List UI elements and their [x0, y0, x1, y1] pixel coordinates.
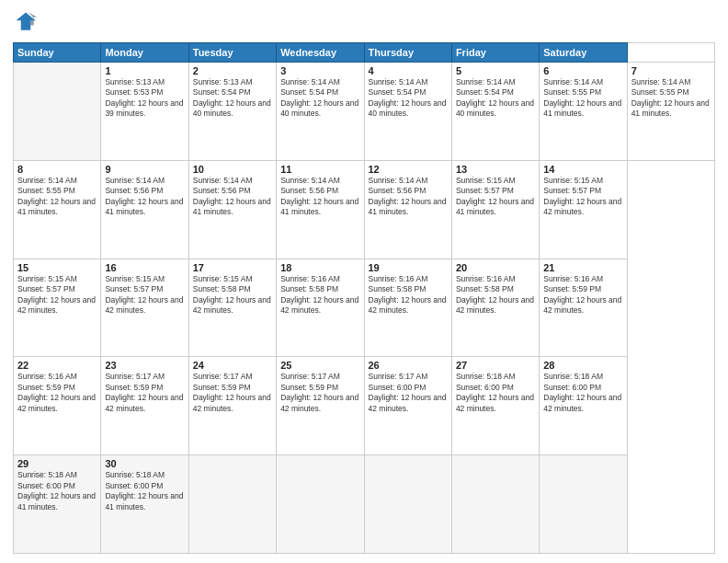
day-detail: Sunrise: 5:16 AMSunset: 5:59 PMDaylight:…	[17, 372, 97, 414]
calendar-day-cell: 18Sunrise: 5:16 AMSunset: 5:58 PMDayligh…	[277, 259, 364, 357]
calendar-day-cell: 20Sunrise: 5:16 AMSunset: 5:58 PMDayligh…	[451, 259, 539, 357]
day-number: 23	[105, 360, 184, 371]
calendar-day-cell: 13Sunrise: 5:15 AMSunset: 5:57 PMDayligh…	[451, 160, 539, 259]
day-detail: Sunrise: 5:14 AMSunset: 5:56 PMDaylight:…	[105, 176, 184, 218]
day-detail: Sunrise: 5:18 AMSunset: 6:00 PMDaylight:…	[105, 470, 184, 512]
calendar-day-cell: 27Sunrise: 5:18 AMSunset: 6:00 PMDayligh…	[451, 357, 539, 455]
calendar-day-cell: 30Sunrise: 5:18 AMSunset: 6:00 PMDayligh…	[101, 455, 188, 554]
calendar-day-cell: 12Sunrise: 5:14 AMSunset: 5:56 PMDayligh…	[364, 160, 451, 259]
calendar-day-cell: 26Sunrise: 5:17 AMSunset: 6:00 PMDayligh…	[364, 357, 451, 455]
day-number: 2	[193, 65, 272, 76]
day-number: 4	[369, 65, 448, 76]
day-number: 13	[456, 164, 535, 175]
calendar-day-cell: 19Sunrise: 5:16 AMSunset: 5:58 PMDayligh…	[364, 259, 451, 357]
calendar-day-cell: 1Sunrise: 5:13 AMSunset: 5:53 PMDaylight…	[101, 63, 188, 161]
day-detail: Sunrise: 5:13 AMSunset: 5:54 PMDaylight:…	[193, 77, 272, 120]
calendar-empty-cell	[14, 63, 101, 161]
day-detail: Sunrise: 5:18 AMSunset: 6:00 PMDaylight:…	[543, 372, 622, 414]
calendar-day-cell	[188, 455, 276, 554]
day-number: 25	[280, 360, 359, 371]
calendar-day-cell: 17Sunrise: 5:15 AMSunset: 5:58 PMDayligh…	[188, 259, 276, 357]
calendar-day-cell: 8Sunrise: 5:14 AMSunset: 5:55 PMDaylight…	[14, 160, 101, 259]
calendar-week-row: 8Sunrise: 5:14 AMSunset: 5:55 PMDaylight…	[14, 160, 715, 259]
day-detail: Sunrise: 5:14 AMSunset: 5:54 PMDaylight:…	[280, 77, 359, 120]
day-number: 6	[543, 65, 622, 76]
calendar-day-cell: 9Sunrise: 5:14 AMSunset: 5:56 PMDaylight…	[101, 160, 188, 259]
calendar-day-cell	[364, 455, 451, 554]
day-number: 22	[17, 360, 97, 371]
day-detail: Sunrise: 5:14 AMSunset: 5:55 PMDaylight:…	[17, 176, 97, 218]
calendar-week-row: 1Sunrise: 5:13 AMSunset: 5:53 PMDaylight…	[14, 63, 715, 161]
header	[13, 9, 715, 35]
day-detail: Sunrise: 5:16 AMSunset: 5:58 PMDaylight:…	[369, 274, 448, 316]
calendar-header-row: SundayMondayTuesdayWednesdayThursdayFrid…	[14, 43, 715, 63]
weekday-header: Monday	[101, 43, 188, 63]
day-number: 16	[105, 262, 184, 273]
day-detail: Sunrise: 5:14 AMSunset: 5:54 PMDaylight:…	[456, 77, 535, 120]
day-number: 8	[17, 164, 97, 175]
day-number: 20	[456, 262, 535, 273]
calendar-day-cell: 5Sunrise: 5:14 AMSunset: 5:54 PMDaylight…	[451, 63, 539, 161]
day-detail: Sunrise: 5:18 AMSunset: 6:00 PMDaylight:…	[17, 470, 97, 512]
day-detail: Sunrise: 5:15 AMSunset: 5:57 PMDaylight:…	[456, 176, 535, 218]
calendar-day-cell: 24Sunrise: 5:17 AMSunset: 5:59 PMDayligh…	[188, 357, 276, 455]
day-detail: Sunrise: 5:15 AMSunset: 5:57 PMDaylight:…	[543, 176, 622, 218]
day-number: 14	[543, 164, 622, 175]
day-detail: Sunrise: 5:13 AMSunset: 5:53 PMDaylight:…	[105, 77, 184, 120]
calendar-day-cell	[277, 455, 364, 554]
calendar-day-cell: 16Sunrise: 5:15 AMSunset: 5:57 PMDayligh…	[101, 259, 188, 357]
day-detail: Sunrise: 5:14 AMSunset: 5:56 PMDaylight:…	[369, 176, 448, 218]
calendar-day-cell: 15Sunrise: 5:15 AMSunset: 5:57 PMDayligh…	[14, 259, 101, 357]
calendar-day-cell: 29Sunrise: 5:18 AMSunset: 6:00 PMDayligh…	[14, 455, 101, 554]
calendar-day-cell	[451, 455, 539, 554]
day-number: 29	[17, 458, 97, 469]
weekday-header: Wednesday	[277, 43, 364, 63]
day-detail: Sunrise: 5:14 AMSunset: 5:56 PMDaylight:…	[280, 176, 359, 218]
day-number: 12	[369, 164, 448, 175]
day-detail: Sunrise: 5:16 AMSunset: 5:58 PMDaylight:…	[456, 274, 535, 316]
calendar-day-cell: 10Sunrise: 5:14 AMSunset: 5:56 PMDayligh…	[188, 160, 276, 259]
calendar-week-row: 15Sunrise: 5:15 AMSunset: 5:57 PMDayligh…	[14, 259, 715, 357]
day-detail: Sunrise: 5:18 AMSunset: 6:00 PMDaylight:…	[456, 372, 535, 414]
day-detail: Sunrise: 5:15 AMSunset: 5:57 PMDaylight:…	[17, 274, 97, 316]
logo-icon	[13, 9, 39, 35]
calendar-day-cell: 21Sunrise: 5:16 AMSunset: 5:59 PMDayligh…	[540, 259, 627, 357]
day-number: 15	[17, 262, 97, 273]
calendar-day-cell: 14Sunrise: 5:15 AMSunset: 5:57 PMDayligh…	[540, 160, 627, 259]
calendar-day-cell: 11Sunrise: 5:14 AMSunset: 5:56 PMDayligh…	[277, 160, 364, 259]
calendar-day-cell: 23Sunrise: 5:17 AMSunset: 5:59 PMDayligh…	[101, 357, 188, 455]
calendar-day-cell: 28Sunrise: 5:18 AMSunset: 6:00 PMDayligh…	[540, 357, 627, 455]
day-number: 10	[193, 164, 272, 175]
weekday-header: Sunday	[14, 43, 101, 63]
calendar-table: SundayMondayTuesdayWednesdayThursdayFrid…	[13, 42, 715, 554]
day-number: 11	[280, 164, 359, 175]
day-detail: Sunrise: 5:17 AMSunset: 6:00 PMDaylight:…	[369, 372, 448, 414]
day-number: 18	[280, 262, 359, 273]
day-number: 9	[105, 164, 184, 175]
day-detail: Sunrise: 5:16 AMSunset: 5:59 PMDaylight:…	[543, 274, 622, 316]
calendar-day-cell: 22Sunrise: 5:16 AMSunset: 5:59 PMDayligh…	[14, 357, 101, 455]
day-number: 26	[369, 360, 448, 371]
calendar-day-cell: 2Sunrise: 5:13 AMSunset: 5:54 PMDaylight…	[188, 63, 276, 161]
day-number: 5	[456, 65, 535, 76]
day-number: 28	[543, 360, 622, 371]
day-number: 27	[456, 360, 535, 371]
page: SundayMondayTuesdayWednesdayThursdayFrid…	[0, 0, 728, 563]
day-number: 17	[193, 262, 272, 273]
weekday-header: Saturday	[540, 43, 627, 63]
day-number: 24	[193, 360, 272, 371]
day-detail: Sunrise: 5:14 AMSunset: 5:54 PMDaylight:…	[369, 77, 448, 120]
day-number: 21	[543, 262, 622, 273]
calendar-day-cell: 25Sunrise: 5:17 AMSunset: 5:59 PMDayligh…	[277, 357, 364, 455]
day-detail: Sunrise: 5:15 AMSunset: 5:57 PMDaylight:…	[105, 274, 184, 316]
weekday-header: Thursday	[364, 43, 451, 63]
day-detail: Sunrise: 5:14 AMSunset: 5:55 PMDaylight:…	[543, 77, 622, 120]
day-number: 7	[631, 65, 711, 76]
calendar-day-cell: 3Sunrise: 5:14 AMSunset: 5:54 PMDaylight…	[277, 63, 364, 161]
day-number: 1	[105, 65, 184, 76]
calendar-week-row: 29Sunrise: 5:18 AMSunset: 6:00 PMDayligh…	[14, 455, 715, 554]
day-detail: Sunrise: 5:17 AMSunset: 5:59 PMDaylight:…	[193, 372, 272, 414]
day-detail: Sunrise: 5:17 AMSunset: 5:59 PMDaylight:…	[105, 372, 184, 414]
day-detail: Sunrise: 5:14 AMSunset: 5:56 PMDaylight:…	[193, 176, 272, 218]
day-detail: Sunrise: 5:16 AMSunset: 5:58 PMDaylight:…	[280, 274, 359, 316]
